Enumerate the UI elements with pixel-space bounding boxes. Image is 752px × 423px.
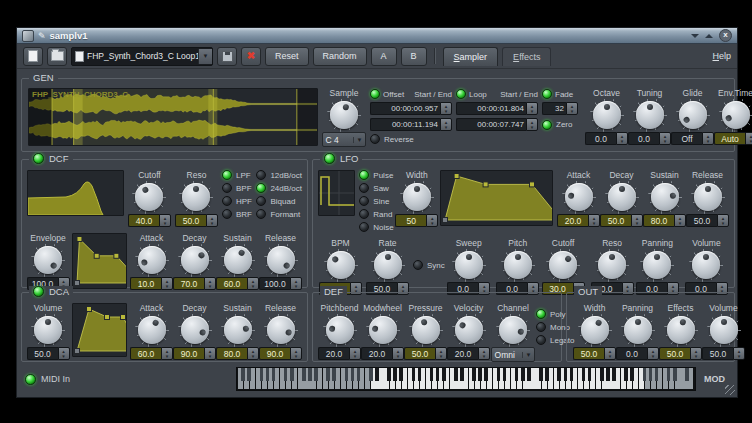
pressure-spinner[interactable]: ▴▾: [435, 347, 447, 360]
piano-key-black[interactable]: [643, 368, 647, 381]
piano-key-black[interactable]: [557, 368, 561, 381]
release-knob[interactable]: [266, 245, 296, 275]
piano-key-black[interactable]: [503, 368, 507, 381]
release-field[interactable]: 90.0▴▾: [259, 347, 302, 360]
env-time-spinner[interactable]: ▴▾: [745, 132, 752, 145]
sustain-field[interactable]: 80.0▴▾: [216, 347, 259, 360]
pitchbend-spinner[interactable]: ▴▾: [349, 347, 361, 360]
sustain-field[interactable]: 60.0▴▾: [216, 277, 259, 290]
12db-oct-radio[interactable]: 12dB/oct: [256, 170, 302, 180]
release-field[interactable]: 100.0▴▾: [259, 277, 302, 290]
decay-field[interactable]: 90.0▴▾: [173, 347, 216, 360]
title-bar[interactable]: ✎ samplv1 x: [17, 28, 737, 44]
panning-knob[interactable]: [623, 315, 653, 345]
lfo-envelope-display[interactable]: [440, 170, 553, 226]
waveform-display[interactable]: FHP_SYNTH_CHORD3_C: [28, 88, 318, 150]
offset-start-spinner[interactable]: ▴▾: [440, 102, 452, 115]
effects-knob[interactable]: [666, 315, 696, 345]
preset-dropdown-arrow[interactable]: ▼: [198, 49, 212, 64]
width-knob[interactable]: [402, 182, 432, 212]
piano-key-black[interactable]: [570, 368, 574, 381]
effects-field[interactable]: 50.0▴▾: [659, 347, 702, 360]
release-field[interactable]: 50.0▴▾: [686, 214, 729, 227]
tuning-spinner[interactable]: ▴▾: [659, 132, 671, 145]
random-button[interactable]: Random: [313, 47, 367, 66]
release-spinner[interactable]: ▴▾: [717, 214, 729, 227]
release-knob[interactable]: [266, 315, 296, 345]
sample-dropdown-arrow[interactable]: ▼: [353, 137, 366, 143]
volume-field[interactable]: 50.0▴▾: [27, 347, 70, 360]
piano-key-black[interactable]: [673, 368, 677, 381]
piano-key-black[interactable]: [302, 368, 306, 381]
piano-key-black[interactable]: [260, 368, 264, 381]
piano-key-black[interactable]: [545, 368, 549, 381]
sustain-spinner[interactable]: ▴▾: [247, 277, 259, 290]
tab-sampler[interactable]: Sampler: [443, 47, 499, 66]
brf-radio[interactable]: BRF: [222, 209, 252, 219]
modwheel-spinner[interactable]: ▴▾: [392, 347, 404, 360]
piano-key-black[interactable]: [284, 368, 288, 381]
lfo-wave-display[interactable]: [318, 170, 355, 216]
sustain-spinner[interactable]: ▴▾: [674, 214, 686, 227]
width-knob[interactable]: [580, 315, 610, 345]
fade-field[interactable]: 32▴▾: [542, 102, 578, 115]
piano-key-black[interactable]: [630, 368, 634, 381]
save-preset-button[interactable]: [217, 47, 237, 66]
offset-end-spinner[interactable]: ▴▾: [440, 118, 452, 131]
attack-spinner[interactable]: ▴▾: [161, 347, 173, 360]
piano-key-black[interactable]: [375, 368, 379, 381]
volume-knob[interactable]: [691, 250, 721, 280]
rate-knob[interactable]: [373, 250, 403, 280]
decay-field[interactable]: 70.0▴▾: [173, 277, 216, 290]
piano-key-black[interactable]: [314, 368, 318, 381]
volume-spinner[interactable]: ▴▾: [58, 347, 70, 360]
reso-field[interactable]: 50.0▴▾: [175, 214, 218, 227]
pressure-knob[interactable]: [411, 315, 441, 345]
octave-spinner[interactable]: ▴▾: [616, 132, 628, 145]
sync-toggle[interactable]: Sync: [413, 260, 445, 270]
a-button[interactable]: A: [371, 47, 397, 66]
attack-knob[interactable]: [137, 245, 167, 275]
loop-start-spinner[interactable]: ▴▾: [526, 102, 538, 115]
piano-key-black[interactable]: [442, 368, 446, 381]
piano-key-black[interactable]: [430, 368, 434, 381]
piano-key-black[interactable]: [497, 368, 501, 381]
help-button[interactable]: Help: [712, 51, 731, 61]
piano-key-black[interactable]: [515, 368, 519, 381]
sustain-field[interactable]: 80.0▴▾: [643, 214, 686, 227]
piano-key-black[interactable]: [393, 368, 397, 381]
new-preset-button[interactable]: [23, 47, 43, 66]
decay-spinner[interactable]: ▴▾: [631, 214, 643, 227]
tuning-knob[interactable]: [635, 100, 665, 130]
tuning-field[interactable]: 0.0▴▾: [628, 132, 671, 145]
glide-field[interactable]: Off▴▾: [671, 132, 714, 145]
zero-toggle[interactable]: Zero: [542, 118, 578, 131]
octave-field[interactable]: 0.0▴▾: [585, 132, 628, 145]
formant-radio[interactable]: Formant: [256, 209, 302, 219]
rand-radio[interactable]: Rand: [359, 209, 393, 219]
loop-start-field[interactable]: 00:00:01.804▴▾: [456, 102, 538, 115]
cutoff-field[interactable]: 40.0▴▾: [128, 214, 171, 227]
dca-led[interactable]: [33, 286, 44, 297]
sine-radio[interactable]: Sine: [359, 196, 393, 206]
width-spinner[interactable]: ▴▾: [426, 214, 438, 227]
loop-led[interactable]: [456, 89, 466, 99]
loop-end-spinner[interactable]: ▴▾: [526, 118, 538, 131]
attack-spinner[interactable]: ▴▾: [161, 277, 173, 290]
modwheel-knob[interactable]: [368, 315, 398, 345]
piano-key-black[interactable]: [521, 368, 525, 381]
piano-key-black[interactable]: [564, 368, 568, 381]
b-button[interactable]: B: [401, 47, 427, 66]
dcf-envelope-display[interactable]: [72, 233, 127, 289]
release-spinner[interactable]: ▴▾: [290, 347, 302, 360]
sample-knob[interactable]: [329, 100, 359, 130]
maximize-icon[interactable]: [705, 34, 713, 38]
envelope-knob[interactable]: [33, 245, 63, 275]
attack-field[interactable]: 20.0▴▾: [557, 214, 600, 227]
piano-key-black[interactable]: [247, 368, 251, 381]
dca-envelope-display[interactable]: [72, 303, 127, 357]
piano-key-black[interactable]: [418, 368, 422, 381]
sustain-knob[interactable]: [650, 182, 680, 212]
piano-key-black[interactable]: [527, 368, 531, 381]
piano-key-black[interactable]: [436, 368, 440, 381]
